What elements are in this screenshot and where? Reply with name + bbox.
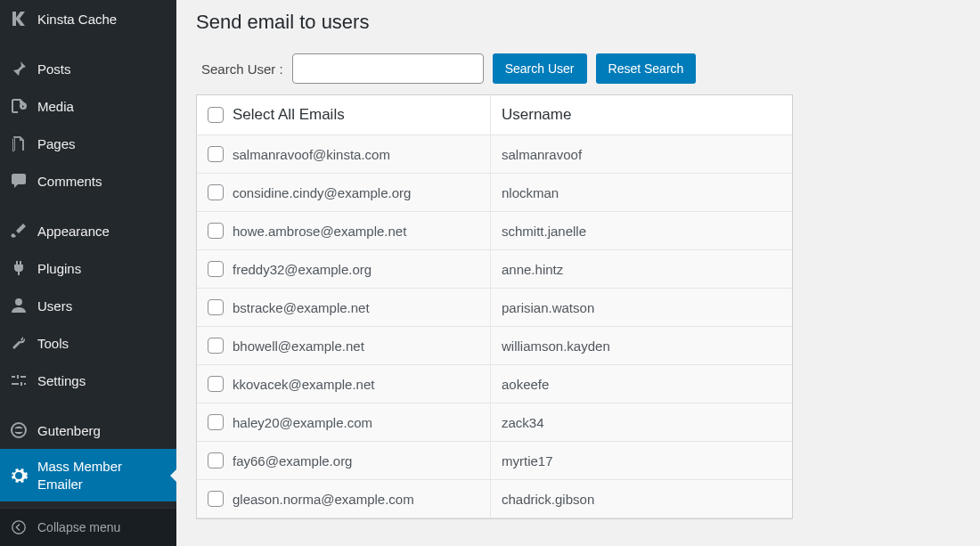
username-header: Username [491,95,792,135]
table-row: salmanravoof@kinsta.comsalmanravoof [197,135,792,174]
table-row: kkovacek@example.netaokeefe [197,365,792,403]
sidebar-item-label: Tools [37,336,169,351]
sidebar-item-label: Settings [37,373,169,388]
table-row: haley20@example.comzack34 [197,403,792,442]
email-header: Select All Emails [233,106,345,124]
admin-sidebar: Kinsta Cache Posts Media Pages Comments … [0,0,176,546]
row-username: schmitt.janelle [491,212,792,250]
table-row: freddy32@example.organne.hintz [197,250,792,289]
sidebar-item-pages[interactable]: Pages [0,125,176,162]
sidebar-item-comments[interactable]: Comments [0,162,176,200]
row-email: freddy32@example.org [233,262,372,277]
sidebar-item-media[interactable]: Media [0,87,176,125]
search-label: Search User : [201,61,283,77]
row-username: nlockman [491,174,792,212]
row-email: bhowell@example.net [233,338,364,354]
sidebar-item-label: Media [37,99,169,114]
sidebar-item-label: Appearance [37,224,169,239]
row-email: haley20@example.com [233,415,372,430]
table-row: considine.cindy@example.orgnlockman [197,174,792,212]
row-email: salmanravoof@kinsta.com [233,147,390,162]
row-checkbox[interactable] [208,376,224,392]
row-username: chadrick.gibson [491,480,792,518]
row-username: myrtie17 [491,442,792,480]
page-icon [9,134,29,153]
sidebar-item-settings[interactable]: Settings [0,362,176,399]
sidebar-item-plugins[interactable]: Plugins [0,249,176,287]
sidebar-item-label: Plugins [37,261,169,276]
wrench-icon [9,333,29,353]
row-checkbox[interactable] [208,146,224,162]
media-icon [9,96,29,116]
row-username: aokeefe [491,365,792,403]
sidebar-item-label: Posts [37,61,169,77]
row-email: considine.cindy@example.org [233,185,411,200]
main-content: Send email to users Search User : Search… [176,0,980,546]
table-row: fay66@example.orgmyrtie17 [197,442,792,480]
sidebar-item-users[interactable]: Users [0,287,176,324]
collapse-label: Collapse menu [37,520,169,534]
row-username: salmanravoof [491,135,792,174]
row-email: bstracke@example.net [233,300,370,315]
row-checkbox[interactable] [208,452,224,469]
sidebar-item-appearance[interactable]: Appearance [0,212,176,249]
row-checkbox[interactable] [208,261,224,277]
gutenberg-icon [9,420,29,440]
page-title: Send email to users [196,11,960,34]
row-checkbox[interactable] [208,223,224,239]
row-checkbox[interactable] [208,299,224,315]
collapse-icon [9,517,29,537]
row-email: fay66@example.org [233,453,352,469]
table-row: howe.ambrose@example.netschmitt.janelle [197,212,792,250]
row-username: zack34 [491,403,792,442]
search-row: Search User : Search User Reset Search [196,53,960,84]
row-email: howe.ambrose@example.net [233,224,406,239]
sidebar-item-kinsta-cache[interactable]: Kinsta Cache [0,0,176,37]
select-all-checkbox[interactable] [208,107,224,123]
kinsta-icon [9,9,29,29]
row-checkbox[interactable] [208,414,224,430]
comment-icon [9,171,29,191]
sidebar-item-mass-member-emailer[interactable]: Mass Member Emailer [0,449,176,501]
sidebar-item-label: Mass Member Emailer [37,458,169,493]
sliders-icon [9,371,29,390]
brush-icon [9,221,29,240]
users-table: Select All Emails Username salmanravoof@… [196,94,793,519]
sidebar-item-tools[interactable]: Tools [0,324,176,362]
svg-point-0 [12,423,26,437]
row-checkbox[interactable] [208,338,224,354]
sidebar-item-label: Kinsta Cache [37,12,169,27]
row-username: williamson.kayden [491,327,792,365]
gear-icon [9,466,29,485]
sidebar-item-label: Users [37,298,169,314]
sidebar-item-label: Comments [37,174,169,189]
svg-point-1 [12,521,25,534]
collapse-menu[interactable]: Collapse menu [0,509,176,546]
sidebar-item-label: Pages [37,136,169,151]
reset-search-button[interactable]: Reset Search [596,53,697,84]
row-checkbox[interactable] [208,491,224,507]
row-email: gleason.norma@example.com [233,492,414,507]
search-user-button[interactable]: Search User [493,53,587,84]
plug-icon [9,258,29,278]
sidebar-item-gutenberg[interactable]: Gutenberg [0,412,176,449]
pin-icon [9,59,29,78]
search-input[interactable] [292,53,484,84]
user-icon [9,296,29,315]
row-checkbox[interactable] [208,184,224,200]
row-email: kkovacek@example.net [233,377,374,392]
table-row: bstracke@example.netparisian.watson [197,289,792,327]
table-row: bhowell@example.netwilliamson.kayden [197,327,792,365]
sidebar-item-label: Gutenberg [37,423,169,438]
table-row: gleason.norma@example.comchadrick.gibson [197,480,792,518]
row-username: parisian.watson [491,289,792,327]
sidebar-item-posts[interactable]: Posts [0,50,176,87]
row-username: anne.hintz [491,250,792,289]
